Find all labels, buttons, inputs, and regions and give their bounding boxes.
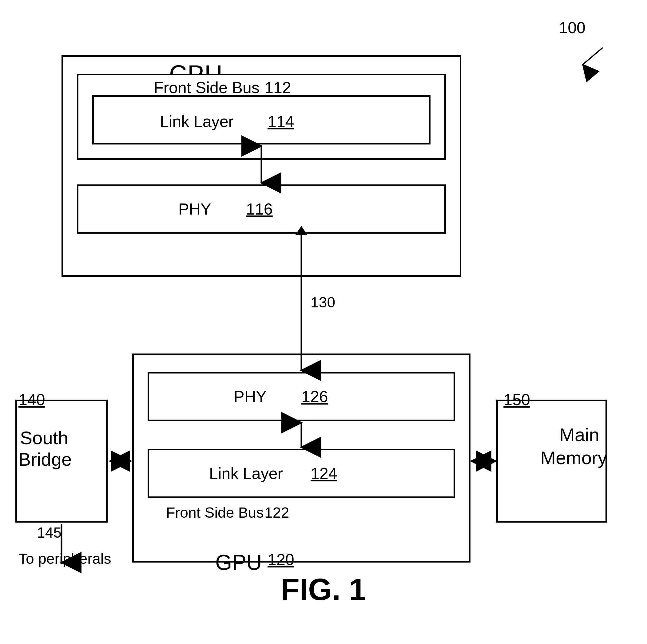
fsb-gpu-label: Front Side Bus bbox=[166, 504, 264, 521]
main-memory-label2: Memory bbox=[540, 447, 607, 469]
link-130-label: 130 bbox=[310, 294, 335, 311]
fsb-cpu-label: Front Side Bus bbox=[154, 78, 260, 97]
ll-gpu-label: Link Layer bbox=[209, 464, 283, 483]
gpu-ref: 120 bbox=[268, 550, 294, 569]
south-bridge-label1: South bbox=[20, 427, 68, 449]
fsb-gpu-ref: 122 bbox=[265, 504, 289, 521]
main-memory-ref: 150 bbox=[503, 390, 530, 409]
south-bridge-ref: 140 bbox=[18, 390, 45, 409]
peripherals-label: To peripherals bbox=[18, 550, 111, 567]
ll-cpu-ref: 114 bbox=[268, 112, 294, 131]
ref-100-arrow bbox=[583, 48, 603, 65]
ll-gpu-box bbox=[148, 449, 455, 498]
gpu-label: GPU bbox=[215, 550, 262, 575]
phy-gpu-label: PHY bbox=[234, 387, 267, 406]
peripherals-ref: 145 bbox=[37, 524, 62, 541]
phy-cpu-ref: 116 bbox=[246, 200, 273, 218]
fsb-cpu-ref: 112 bbox=[265, 78, 291, 97]
ll-cpu-box bbox=[92, 95, 431, 145]
ll-cpu-label: Link Layer bbox=[160, 112, 234, 131]
phy-cpu-label: PHY bbox=[178, 200, 211, 218]
figure-label: FIG. 1 bbox=[281, 572, 366, 607]
diagram: 100 CPU 110 Front Side Bus 112 Link Laye… bbox=[0, 0, 647, 644]
south-bridge-label2: Bridge bbox=[18, 449, 72, 470]
main-memory-label1: Main bbox=[559, 424, 599, 446]
ref-100: 100 bbox=[559, 18, 585, 37]
ll-gpu-ref: 124 bbox=[310, 464, 337, 483]
phy-gpu-ref: 126 bbox=[301, 387, 328, 406]
